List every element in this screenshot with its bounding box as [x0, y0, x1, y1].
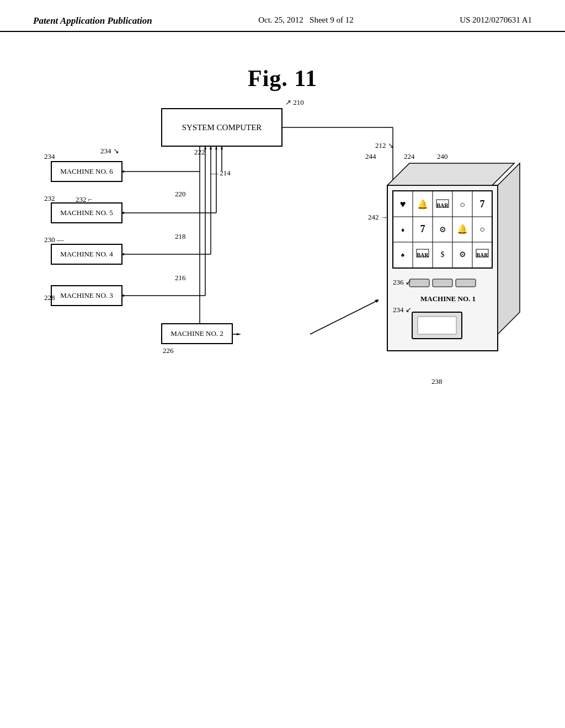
svg-text:MACHINE NO. 1: MACHINE NO. 1 [420, 295, 476, 303]
svg-rect-52 [409, 279, 429, 287]
ref-232-label: 232 ⌐ [76, 195, 92, 204]
ref-234-slot: 234 ↙ [393, 306, 412, 314]
ref-220: 220 [175, 190, 186, 199]
ref-214: — 214 [211, 169, 231, 178]
ref-224: 224 [404, 152, 415, 161]
svg-text:7: 7 [480, 199, 485, 210]
svg-text:7: 7 [420, 223, 425, 234]
svg-text:🔔: 🔔 [457, 224, 468, 234]
machine5-box: MACHINE NO. 5 [51, 202, 122, 223]
svg-text:♠: ♠ [401, 251, 405, 259]
ref-216: 216 [175, 274, 186, 282]
ref-226: 226 [163, 346, 174, 355]
ref-230: 230 — [44, 235, 64, 244]
ref-234: 234 [44, 152, 55, 161]
machine2-box: MACHINE NO. 2 [161, 323, 233, 344]
svg-rect-54 [456, 279, 476, 287]
ref-244: 244 [365, 152, 376, 161]
ref-236: 236 ↙ [393, 278, 412, 287]
svg-text:🔔: 🔔 [417, 199, 428, 210]
svg-marker-25 [387, 163, 514, 185]
ref-210: ↗ 210 [285, 98, 304, 107]
ref-238: 238 [431, 377, 443, 386]
ref-228: 228 [44, 293, 55, 302]
patent-number: US 2012/0270631 A1 [460, 15, 532, 25]
ref-240: 240 [437, 152, 448, 161]
svg-line-18 [310, 301, 376, 334]
machine3-box: MACHINE NO. 3 [51, 285, 122, 306]
svg-text:○: ○ [479, 224, 485, 234]
system-computer-box: SYSTEM COMPUTER [161, 108, 282, 147]
svg-text:○: ○ [460, 200, 465, 209]
svg-text:$: $ [441, 250, 445, 259]
page-header: Patent Application Publication Oct. 25, … [0, 0, 565, 32]
slot-machine-illustration: 244 224 240 ♥ [376, 152, 531, 384]
ref-222: 222 [194, 148, 205, 157]
diagram-area: SYSTEM COMPUTER ↗ 210 MACHINE NO. 6 234 … [34, 108, 531, 604]
svg-marker-26 [498, 163, 520, 334]
svg-rect-57 [418, 317, 456, 334]
publication-label: Patent Application Publication [33, 15, 152, 26]
machine6-box: MACHINE NO. 6 [51, 161, 122, 182]
svg-marker-17 [237, 333, 241, 335]
svg-rect-53 [433, 279, 452, 287]
slot-machine-svg: ♥ 🔔 BAR ○ 7 ♦ 7 ⚙ 🔔 ○ ♠ BAR $ ⚙ BAR [376, 152, 525, 384]
ref-234-top: 234 ↘ [100, 147, 119, 156]
ref-218: 218 [175, 232, 186, 241]
ref-232: 232 [44, 194, 55, 203]
svg-text:⚙: ⚙ [439, 226, 446, 234]
ref-242: 242 → [368, 213, 388, 222]
svg-text:♦: ♦ [401, 226, 404, 234]
svg-text:⚙: ⚙ [459, 250, 466, 259]
svg-text:♥: ♥ [400, 199, 406, 210]
figure-title: Fig. 11 [0, 65, 565, 92]
ref-212: 212 ↘ [375, 141, 394, 150]
date-sheet: Oct. 25, 2012 Sheet 9 of 12 [258, 15, 354, 25]
machine4-box: MACHINE NO. 4 [51, 244, 122, 265]
